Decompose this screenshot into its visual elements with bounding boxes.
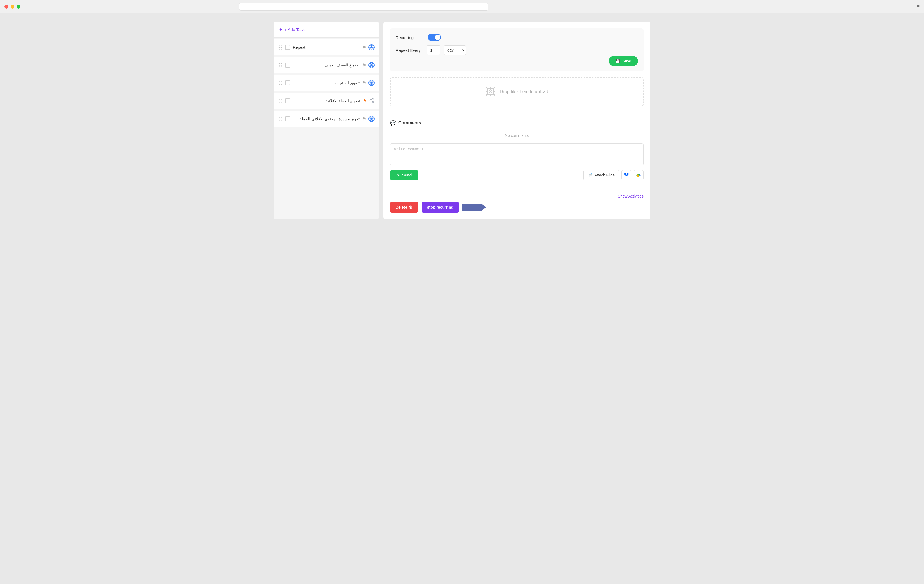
- delete-button[interactable]: Delete 🗑: [390, 202, 418, 213]
- task-item: تصوير المنتجات⚑: [274, 75, 379, 91]
- arrow-right: [462, 204, 482, 210]
- recurring-label: Recurring: [396, 35, 423, 40]
- repeat-every-label: Repeat Every: [396, 48, 423, 53]
- bottom-actions: Delete 🗑 stop recurring: [390, 202, 644, 213]
- divider-2: [390, 187, 644, 187]
- dropbox-button[interactable]: [622, 170, 631, 180]
- drag-handle[interactable]: [278, 116, 282, 122]
- save-button[interactable]: 💾 Save: [609, 56, 638, 66]
- detail-panel: Recurring Repeat Every day week month: [383, 22, 650, 219]
- attach-group: 📄 Attach Files: [583, 170, 644, 180]
- repeat-every-row: Repeat Every day week month: [396, 45, 638, 55]
- svg-point-6: [370, 117, 373, 121]
- drop-zone-text: Drop files here to upload: [500, 89, 548, 94]
- toggle-thumb: [435, 35, 441, 40]
- task-checkbox[interactable]: [285, 63, 290, 68]
- comments-title: Comments: [398, 121, 421, 126]
- stop-recurring-button[interactable]: stop recurring: [422, 202, 459, 213]
- task-checkbox[interactable]: [285, 80, 290, 85]
- menu-icon[interactable]: ≡: [917, 3, 919, 10]
- arrow-indicator: [462, 204, 482, 210]
- send-label: Send: [402, 173, 412, 177]
- dropbox-icon: [624, 173, 629, 178]
- task-actions: ⚑: [363, 98, 375, 104]
- clock-icon[interactable]: [368, 80, 375, 86]
- comment-actions: ➤ Send 📄 Attach Files: [390, 170, 644, 180]
- task-item: تجهيز مسودة المحتوى الاعلاني للحملة⚑: [274, 111, 379, 127]
- flag-icon[interactable]: ⚑: [363, 98, 367, 104]
- recurring-row: Recurring: [396, 34, 638, 41]
- recurring-toggle[interactable]: [428, 34, 441, 41]
- add-task-plus-icon: +: [279, 26, 282, 32]
- svg-point-0: [370, 45, 373, 49]
- drag-handle[interactable]: [278, 63, 282, 68]
- minimize-button[interactable]: [10, 5, 15, 8]
- repeat-number-input[interactable]: [427, 45, 441, 55]
- clock-icon[interactable]: [368, 44, 375, 50]
- svg-point-1: [370, 63, 373, 67]
- drag-handle[interactable]: [278, 80, 282, 86]
- task-actions: ⚑: [362, 116, 375, 122]
- attach-label: Attach Files: [594, 173, 614, 177]
- no-comments-text: No comments: [390, 131, 644, 143]
- url-bar[interactable]: [239, 3, 488, 10]
- task-item: اجتماع العصف الذهني⚑: [274, 57, 379, 73]
- show-activities-link[interactable]: Show Activities: [390, 194, 644, 199]
- delete-label: Delete: [396, 205, 407, 209]
- task-name: تجهيز مسودة المحتوى الاعلاني للحملة: [293, 117, 360, 121]
- clock-icon[interactable]: [368, 62, 375, 68]
- task-actions: ⚑: [362, 62, 375, 68]
- drop-zone[interactable]: 🖼 Drop files here to upload: [390, 77, 644, 106]
- task-actions: ⚑: [362, 80, 375, 86]
- titlebar: ≡: [0, 0, 924, 13]
- share-icon[interactable]: [369, 98, 375, 104]
- send-button[interactable]: ➤ Send: [390, 170, 418, 180]
- flag-icon[interactable]: ⚑: [362, 116, 366, 122]
- save-row: 💾 Save: [396, 56, 638, 66]
- bottom-section: Show Activities Delete 🗑 stop recurring: [390, 194, 644, 213]
- drag-handle[interactable]: [278, 45, 282, 50]
- task-panel: + + Add Task Repeat⚑ اجتماع العصف الذهني…: [274, 22, 379, 219]
- flag-icon[interactable]: ⚑: [362, 80, 366, 86]
- task-checkbox[interactable]: [285, 116, 290, 121]
- attach-icon: 📄: [588, 173, 592, 177]
- task-checkbox[interactable]: [285, 45, 290, 50]
- repeat-unit-select[interactable]: day week month: [444, 45, 466, 55]
- clock-icon[interactable]: [368, 116, 375, 122]
- flag-icon[interactable]: ⚑: [362, 45, 366, 50]
- comments-header: 💬 Comments: [390, 120, 644, 126]
- flag-icon[interactable]: ⚑: [362, 63, 366, 68]
- attach-files-button[interactable]: 📄 Attach Files: [583, 170, 619, 180]
- task-name: تصميم الخطة الاعلانية: [293, 99, 360, 103]
- maximize-button[interactable]: [16, 5, 20, 8]
- add-task-label: + Add Task: [285, 27, 305, 32]
- task-name: تصوير المنتجات: [293, 81, 360, 85]
- add-task-bar[interactable]: + + Add Task: [274, 22, 379, 38]
- close-button[interactable]: [5, 5, 8, 8]
- task-name: اجتماع العصف الذهني: [293, 63, 360, 67]
- task-list: Repeat⚑ اجتماع العصف الذهني⚑ تصوير المنت…: [274, 39, 379, 127]
- save-label: Save: [622, 59, 631, 63]
- svg-point-5: [373, 101, 374, 103]
- upload-icon: 🖼: [485, 86, 495, 98]
- google-drive-button[interactable]: [634, 170, 644, 180]
- task-checkbox[interactable]: [285, 98, 290, 103]
- comments-section: 💬 Comments No comments ➤ Send 📄 Attach F…: [390, 120, 644, 180]
- window-controls: [5, 5, 20, 8]
- send-icon: ➤: [397, 173, 400, 177]
- task-item: Repeat⚑: [274, 39, 379, 55]
- svg-point-4: [370, 100, 371, 101]
- task-actions: ⚑: [362, 44, 375, 50]
- trash-icon: 🗑: [409, 205, 413, 209]
- drag-handle[interactable]: [278, 98, 282, 104]
- recurring-section: Recurring Repeat Every day week month: [390, 28, 644, 71]
- save-icon: 💾: [615, 59, 620, 63]
- svg-point-2: [370, 81, 373, 85]
- task-name: Repeat: [293, 45, 360, 50]
- comment-icon: 💬: [390, 120, 396, 126]
- task-item: تصميم الخطة الاعلانية⚑: [274, 93, 379, 109]
- comment-input[interactable]: [390, 143, 644, 165]
- divider-1: [390, 113, 644, 113]
- gdrive-icon: [636, 173, 641, 178]
- main-container: + + Add Task Repeat⚑ اجتماع العصف الذهني…: [268, 13, 656, 228]
